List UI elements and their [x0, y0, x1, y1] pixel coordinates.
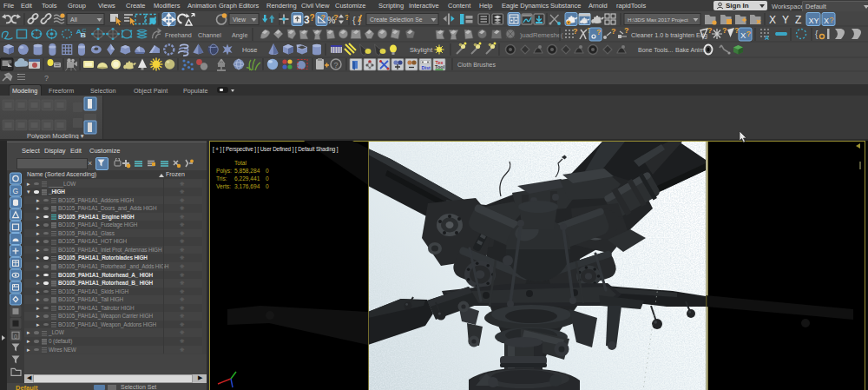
svg-text:Skylight: Skylight [410, 46, 433, 54]
svg-text:XY: XY [809, 17, 819, 25]
svg-text:X: X [824, 17, 829, 25]
svg-text:Angle: Angle [232, 31, 247, 39]
svg-text:Z: Z [795, 14, 801, 26]
svg-text:Cloth Brushes: Cloth Brushes [457, 62, 496, 68]
svg-text:Bake Anim: Bake Anim [675, 47, 705, 53]
svg-text:?: ? [310, 13, 315, 23]
svg-text:?: ? [611, 27, 616, 36]
svg-text:?: ? [573, 27, 578, 36]
svg-text:Freehand: Freehand [165, 31, 192, 39]
svg-text:Channel: Channel [198, 31, 221, 39]
svg-text:0: 0 [14, 334, 17, 340]
svg-text:Cleaner 1.0 b traighten Edg: Cleaner 1.0 b traighten Edg [631, 31, 707, 39]
svg-text:?: ? [707, 26, 713, 35]
svg-text:?: ? [596, 28, 602, 36]
svg-text:Tool: Tool [435, 64, 445, 69]
svg-text:?: ? [334, 61, 339, 69]
svg-text:Create Selection Se: Create Selection Se [370, 17, 423, 23]
svg-text:View: View [233, 17, 247, 23]
svg-text:?: ? [746, 29, 752, 38]
svg-text:?: ? [830, 16, 834, 24]
svg-text:)uadRemeshe(: )uadRemeshe( [520, 31, 563, 39]
svg-text:Dist: Dist [422, 65, 431, 70]
svg-text:?: ? [44, 74, 49, 83]
svg-text:All: All [70, 17, 77, 23]
svg-text:C: C [82, 28, 87, 34]
svg-text:?: ? [321, 13, 326, 22]
svg-text:G: G [13, 187, 19, 195]
svg-text:A: A [765, 35, 769, 41]
svg-text:?: ? [624, 26, 629, 35]
svg-text:Hose: Hose [242, 46, 258, 54]
svg-text:X: X [769, 14, 776, 26]
svg-text:?: ? [333, 12, 339, 22]
svg-text:Y: Y [782, 14, 789, 26]
svg-text:H:\3DS Max 2017 Project: H:\3DS Max 2017 Project [628, 17, 688, 23]
svg-text:{: { [815, 30, 819, 39]
svg-text:?: ? [722, 26, 727, 35]
svg-text:Bone Tools...: Bone Tools... [638, 47, 673, 53]
